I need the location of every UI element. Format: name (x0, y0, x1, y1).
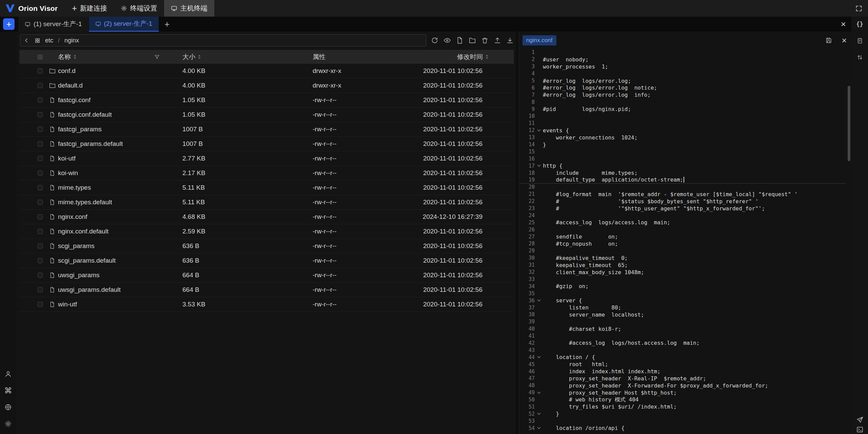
add-tab-button[interactable]: + (164, 19, 170, 30)
file-row[interactable]: fastcgi_params1007 B-rw-r--r--2020-11-01… (19, 122, 514, 137)
tab-server-2[interactable]: (2) server-生产-1 (89, 17, 159, 32)
row-checkbox[interactable] (38, 156, 43, 161)
code-line[interactable]: 33 (520, 276, 846, 283)
code-line[interactable]: 26 (520, 226, 846, 233)
fold-chevron-icon[interactable] (535, 128, 543, 133)
file-row[interactable]: koi-win2.17 KB-rw-r--r--2020-11-01 10:02… (19, 166, 514, 181)
breadcrumb-segment[interactable]: nginx (64, 37, 79, 44)
row-checkbox[interactable] (38, 287, 43, 293)
file-name[interactable]: mime.types.default (58, 199, 112, 206)
code-line[interactable]: 11 (520, 120, 846, 127)
download-icon[interactable] (506, 37, 514, 44)
file-name[interactable]: fastcgi_params.default (58, 140, 123, 148)
file-name[interactable]: conf.d (58, 67, 76, 75)
code-line[interactable]: 18 include mime.types; (520, 169, 846, 176)
file-row[interactable]: nginx.conf4.68 KB-rw-r--r--2024-12-10 16… (19, 210, 514, 224)
code-line[interactable]: 50 # web history 模式 404 (520, 396, 846, 403)
code-line[interactable]: 7#error_log logs/error.log info; (520, 91, 846, 98)
scrollbar-thumb[interactable] (848, 86, 850, 161)
menu-item-host-terminal[interactable]: 主机终端 (164, 0, 214, 17)
sort-icon[interactable] (73, 54, 77, 59)
file-name[interactable]: koi-utf (58, 155, 76, 162)
file-row[interactable]: win-utf3.53 KB-rw-r--r--2020-11-01 10:02… (19, 297, 514, 312)
code-area[interactable]: 12#user nobody;3worker_processes 1;45#er… (520, 49, 846, 434)
code-line[interactable]: 52 } (520, 410, 846, 417)
file-row[interactable]: fastcgi_params.default1007 B-rw-r--r--20… (19, 137, 514, 151)
code-line[interactable]: 53 (520, 417, 846, 424)
code-line[interactable]: 39 (520, 318, 846, 325)
file-name[interactable]: scgi_params (58, 242, 95, 250)
code-line[interactable]: 17http { (520, 162, 846, 169)
code-line[interactable]: 22 # '$status $body_bytes_sent "$http_re… (520, 198, 846, 205)
user-icon[interactable] (4, 370, 12, 378)
row-checkbox[interactable] (38, 214, 43, 220)
code-line[interactable]: 24 (520, 212, 846, 219)
file-row[interactable]: conf.d4.00 KBdrwxr-xr-x2020-11-01 10:02:… (19, 64, 514, 78)
code-line[interactable]: 43 (520, 346, 846, 354)
swap-icon[interactable] (856, 53, 864, 61)
select-all-checkbox[interactable] (38, 54, 43, 59)
code-line[interactable]: 4 (520, 70, 846, 77)
code-line[interactable]: 3worker_processes 1; (520, 63, 846, 70)
sort-icon[interactable] (485, 54, 489, 59)
file-row[interactable]: mime.types.default5.11 KB-rw-r--r--2020-… (19, 195, 514, 210)
code-line[interactable]: 21 #log_format main '$remote_addr - $rem… (520, 191, 846, 198)
menu-item-new-connection[interactable]: + 新建连接 (65, 0, 114, 17)
code-line[interactable]: 1 (520, 49, 846, 56)
code-line[interactable]: 31 keepalive_timeout 65; (520, 262, 846, 269)
file-row[interactable]: scgi_params636 B-rw-r--r--2020-11-01 10:… (19, 239, 514, 253)
fullscreen-button[interactable] (855, 5, 863, 12)
file-name[interactable]: mime.types (58, 184, 91, 191)
file-name[interactable]: fastcgi.conf.default (58, 111, 112, 118)
code-line[interactable]: 29 (520, 247, 846, 254)
col-header-name[interactable]: 名称 (58, 53, 77, 61)
code-line[interactable]: 32 client_max_body_size 1048m; (520, 269, 846, 276)
file-row[interactable]: fastcgi.conf.default1.05 KB-rw-r--r--202… (19, 108, 514, 122)
grid-icon[interactable] (35, 38, 40, 43)
file-name[interactable]: fastcgi.conf (58, 96, 91, 104)
file-row[interactable]: koi-utf2.77 KB-rw-r--r--2020-11-01 10:02… (19, 151, 514, 166)
code-line[interactable]: 36 server { (520, 297, 846, 304)
code-line[interactable]: 10 (520, 113, 846, 120)
code-line[interactable]: 8 (520, 98, 846, 106)
code-line[interactable]: 44 location / { (520, 354, 846, 361)
code-line[interactable]: 42 #access_log logs/host.access.log main… (520, 340, 846, 347)
file-name[interactable]: win-utf (58, 301, 77, 308)
file-name[interactable]: uwsgi_params.default (58, 286, 121, 294)
filter-icon[interactable] (154, 54, 160, 60)
tab-server-1[interactable]: (1) server-生产-1 (18, 17, 89, 32)
file-name[interactable]: scgi_params.default (58, 257, 116, 264)
file-name[interactable]: uwsgi_params (58, 271, 100, 279)
delete-icon[interactable] (481, 37, 489, 44)
file-name[interactable]: default.d (58, 82, 83, 89)
code-line[interactable]: 48 proxy_set_header X-Forwarded-For $pro… (520, 382, 846, 389)
file-row[interactable]: default.d4.00 KBdrwxr-xr-x2020-11-01 10:… (19, 78, 514, 93)
code-line[interactable]: 47 proxy_set_header X-Real-IP $remote_ad… (520, 375, 846, 382)
code-line[interactable]: 28 #tcp_nopush on; (520, 240, 846, 247)
new-folder-icon[interactable] (469, 37, 476, 44)
save-icon[interactable] (825, 37, 832, 44)
braces-icon[interactable]: {} (856, 20, 864, 28)
row-checkbox[interactable] (38, 258, 43, 263)
row-checkbox[interactable] (38, 185, 43, 190)
code-line[interactable]: 51 try_files $uri $uri/ /index.html; (520, 403, 846, 411)
preview-icon[interactable] (443, 37, 451, 44)
sort-icon[interactable] (198, 54, 201, 59)
fold-chevron-icon[interactable] (535, 355, 543, 359)
file-row[interactable]: uwsgi_params664 B-rw-r--r--2020-11-01 10… (19, 268, 514, 283)
upload-icon[interactable] (494, 37, 501, 44)
row-checkbox[interactable] (38, 171, 43, 176)
file-row[interactable]: fastcgi.conf1.05 KB-rw-r--r--2020-11-01 … (19, 93, 514, 108)
breadcrumb-segment[interactable]: etc (45, 37, 53, 44)
code-line[interactable]: 12events { (520, 127, 846, 134)
row-checkbox[interactable] (38, 200, 43, 205)
path-bar[interactable]: etc / nginx (20, 34, 426, 46)
row-checkbox[interactable] (38, 127, 43, 132)
col-header-mtime[interactable]: 修改时间 (457, 53, 489, 61)
fold-chevron-icon[interactable] (535, 426, 543, 430)
file-name[interactable]: nginx.conf.default (58, 228, 108, 235)
row-checkbox[interactable] (38, 112, 43, 117)
code-line[interactable]: 34 #gzip on; (520, 283, 846, 290)
code-line[interactable]: 20 (520, 184, 846, 191)
code-line[interactable]: 41 (520, 333, 846, 340)
